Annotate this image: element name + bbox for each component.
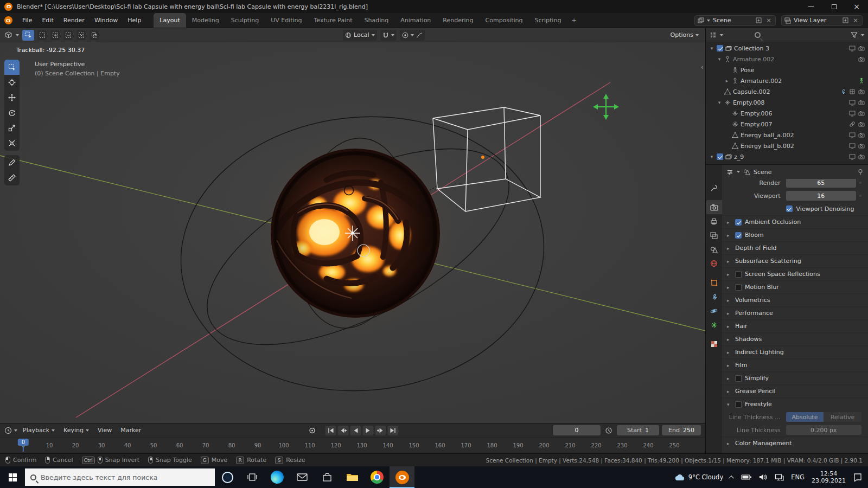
collection-checkbox[interactable] (717, 153, 723, 160)
snapping-dropdown[interactable] (380, 30, 397, 41)
outliner-row-collection-3[interactable]: ▾ Collection 3 (706, 43, 868, 54)
menu-render[interactable]: Render (59, 13, 90, 28)
world-properties-tab[interactable] (706, 256, 722, 271)
viewport-canvas[interactable]: Trackball: -92.25 30.37 User Perspective… (0, 42, 705, 423)
close-button[interactable]: × (845, 0, 868, 13)
disclosure-triangle-icon[interactable]: ▾ (709, 154, 714, 159)
constraint-link-icon[interactable] (849, 121, 856, 127)
tab-layout[interactable]: Layout (154, 13, 186, 28)
outliner-row-empty-006[interactable]: Empty.006 (706, 108, 868, 119)
outliner-editor-icon[interactable] (710, 31, 717, 38)
relative-button[interactable]: Relative (824, 412, 861, 422)
select-mode-subtract-icon[interactable] (63, 30, 73, 40)
menu-file[interactable]: File (17, 13, 37, 28)
select-mode-intersect-icon[interactable] (90, 30, 99, 40)
disable-in-render-icon[interactable] (858, 100, 865, 105)
select-mode-invert-icon[interactable] (76, 30, 86, 40)
delete-scene-button[interactable]: × (765, 17, 773, 24)
disclosure-triangle-icon[interactable]: ▾ (717, 100, 722, 105)
object-properties-tab[interactable] (706, 275, 722, 290)
section-shadows[interactable]: ▸Shadows (722, 332, 868, 345)
section-checkbox[interactable] (735, 401, 742, 408)
render-properties-tab[interactable] (706, 200, 722, 214)
new-scene-button[interactable] (755, 17, 762, 24)
tab-compositing[interactable]: Compositing (480, 13, 529, 28)
filter-icon[interactable] (851, 31, 858, 38)
cortana-button[interactable] (215, 466, 240, 488)
blender-taskbar-button[interactable] (390, 466, 414, 488)
network-icon[interactable] (775, 473, 784, 481)
collection-checkbox[interactable] (717, 45, 723, 52)
lattice-grid-icon[interactable] (849, 88, 856, 95)
add-workspace-button[interactable]: + (567, 13, 580, 28)
outliner-row-z9[interactable]: ▾ z_9 (706, 151, 868, 162)
cursor-tool-button[interactable] (4, 75, 20, 90)
view-menu[interactable]: View (94, 423, 115, 437)
sidebar-collapse-arrow[interactable]: ‹ (701, 63, 704, 71)
notification-center-icon[interactable] (853, 473, 863, 481)
task-view-button[interactable] (240, 466, 265, 488)
disable-in-render-icon[interactable] (858, 111, 865, 116)
properties-editor-icon[interactable] (726, 169, 733, 176)
weather-widget[interactable]: 9°C Cloudy (674, 473, 723, 481)
animate-decorator-dot[interactable] (859, 195, 861, 197)
taskbar-clock[interactable]: 12:54 23.09.2021 (812, 470, 846, 484)
blender-menu-button[interactable] (3, 16, 17, 24)
chrome-taskbar-button[interactable] (365, 466, 390, 488)
tab-sculpting[interactable]: Sculpting (225, 13, 265, 28)
tab-scripting[interactable]: Scripting (528, 13, 567, 28)
playhead-marker[interactable]: 0 (18, 439, 29, 446)
chevron-down-icon[interactable] (861, 34, 864, 36)
scene-render[interactable] (0, 42, 705, 423)
section-checkbox[interactable] (735, 284, 742, 291)
section-depth-of-field[interactable]: ▸Depth of Field (722, 241, 868, 254)
options-dropdown[interactable]: Options (668, 30, 701, 41)
transform-orientation-dropdown[interactable]: Local (343, 30, 377, 41)
disable-in-render-icon[interactable] (858, 56, 865, 62)
active-tool-button[interactable] (22, 30, 34, 41)
move-tool-button[interactable] (4, 90, 20, 105)
search-input[interactable] (41, 473, 209, 481)
select-mode-extend-icon[interactable] (50, 30, 60, 40)
edge-taskbar-button[interactable] (265, 466, 290, 488)
section-bloom[interactable]: ▸Bloom (722, 228, 868, 241)
measure-tool-button[interactable] (4, 170, 20, 185)
section-motion-blur[interactable]: ▸Motion Blur (722, 280, 868, 293)
auto-keying-toggle[interactable] (307, 426, 318, 435)
outliner-row-energy-ball-a[interactable]: Energy ball_a.002 (706, 130, 868, 140)
outliner-row-empty-008[interactable]: ▾ Empty.008 (706, 97, 868, 108)
section-indirect-lighting[interactable]: ▸Indirect Lighting (722, 345, 868, 358)
start-button[interactable] (0, 466, 25, 488)
outliner-row-armature-002-data[interactable]: ▾ Armature.002 (706, 54, 868, 65)
viewport-samples-field[interactable]: 16 (786, 191, 856, 201)
editor-type-chevron-icon[interactable] (720, 34, 723, 36)
menu-edit[interactable]: Edit (37, 13, 58, 28)
menu-window[interactable]: Window (90, 13, 123, 28)
line-thickness-field[interactable]: 0.200 px (786, 425, 861, 435)
timeline-editor-icon[interactable] (4, 427, 12, 434)
scale-tool-button[interactable] (4, 120, 20, 136)
modifier-properties-tab[interactable] (706, 290, 722, 304)
menu-help[interactable]: Help (123, 13, 146, 28)
speaker-icon[interactable] (759, 473, 768, 481)
rotate-tool-button[interactable] (4, 105, 20, 120)
disable-in-render-icon[interactable] (858, 89, 865, 94)
mail-taskbar-button[interactable] (290, 466, 315, 488)
disable-in-render-icon[interactable] (858, 154, 865, 159)
texture-properties-tab[interactable] (706, 337, 722, 351)
view-layer-selector[interactable]: View Layer × (781, 15, 863, 26)
preview-range-toggle[interactable] (603, 426, 614, 435)
disable-in-viewport-icon[interactable] (849, 100, 856, 106)
section-color-management[interactable]: ▸Color Management (722, 436, 868, 450)
section-hair[interactable]: ▸Hair (722, 319, 868, 332)
maximize-button[interactable] (822, 0, 845, 13)
pose-mode-icon[interactable] (858, 78, 865, 84)
transform-tool-button[interactable] (4, 136, 20, 151)
section-subsurface-scattering[interactable]: ▸Subsurface Scattering (722, 254, 868, 267)
marker-menu[interactable]: Marker (117, 423, 144, 437)
select-mode-set-icon[interactable] (37, 30, 47, 40)
start-frame-field[interactable]: Start1 (617, 425, 659, 435)
scene-properties-tab[interactable] (706, 242, 722, 256)
physics-properties-tab[interactable] (706, 304, 722, 318)
section-performance[interactable]: ▸Performance (722, 306, 868, 319)
